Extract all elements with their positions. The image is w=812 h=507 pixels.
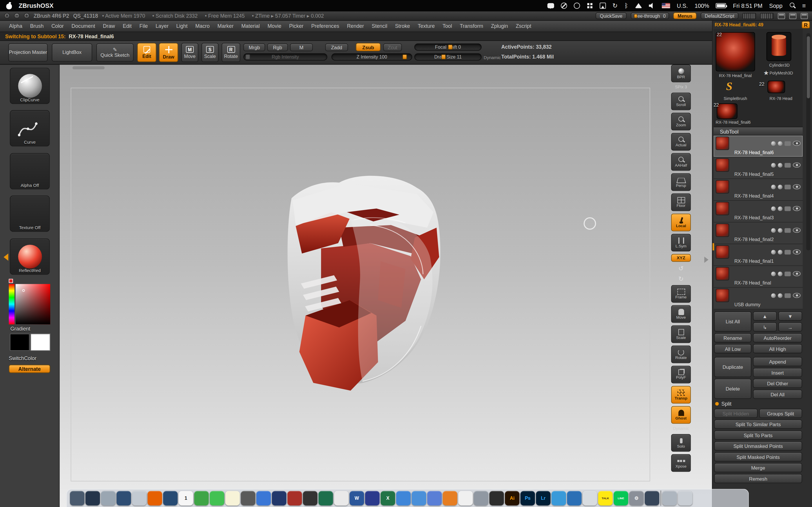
xyz-button[interactable]: XYZ <box>671 254 691 262</box>
input-source-flag-icon[interactable] <box>662 3 670 8</box>
dock-app-orange[interactable] <box>443 491 457 506</box>
visibility-eye-icon[interactable] <box>793 141 801 146</box>
do-not-disturb-icon[interactable] <box>561 3 567 9</box>
rotate-view-button[interactable]: Rotate <box>671 346 691 363</box>
dock-app-green[interactable] <box>194 491 209 506</box>
polypaint-icon[interactable] <box>771 206 776 211</box>
subtool-move-right-button[interactable]: → <box>778 322 802 331</box>
dock-app-telescope[interactable] <box>86 491 100 506</box>
duplicate-button[interactable]: Duplicate <box>714 357 751 377</box>
tool-thumbnail-cylinder3d[interactable] <box>766 32 792 61</box>
scale-mode-button[interactable]: S Scale <box>202 43 219 62</box>
messages-menu-icon[interactable] <box>547 3 554 8</box>
dock-app-light2[interactable] <box>582 491 597 506</box>
menu-item[interactable]: Material <box>238 23 264 29</box>
menu-item[interactable]: Alpha <box>5 23 26 29</box>
minimize-window-button[interactable]: − <box>14 13 20 19</box>
append-button[interactable]: Append <box>753 357 802 366</box>
split-to-similar-parts-button[interactable]: Split To Similar Parts <box>714 419 802 429</box>
window-layout-icon-3[interactable] <box>801 13 808 19</box>
subtool-thumbnail[interactable] <box>716 202 729 215</box>
brush-toggle-icon[interactable] <box>784 206 791 211</box>
edit-mode-button[interactable]: Edit <box>137 43 156 62</box>
main-color-swatch[interactable] <box>10 334 30 351</box>
focal-shift-slider[interactable]: Focal Shift 0 <box>414 44 482 51</box>
dock-app-red[interactable] <box>288 491 302 506</box>
dock-app-excel[interactable]: X <box>380 491 395 506</box>
uv-icon[interactable] <box>778 293 782 298</box>
menu-item[interactable]: Movie <box>264 23 285 29</box>
menu-item[interactable]: Color <box>48 23 67 29</box>
dock-app-gray[interactable] <box>241 491 255 506</box>
uv-icon[interactable] <box>778 250 782 255</box>
apple-menu-icon[interactable] <box>6 2 12 9</box>
viewport-canvas[interactable] <box>59 65 712 507</box>
xpose-button[interactable]: Xpose <box>671 454 691 472</box>
dock-app-illustrator[interactable]: Ai <box>505 491 519 506</box>
menu-item[interactable]: Marker <box>213 23 237 29</box>
tool-thumbnail-current[interactable] <box>716 32 755 71</box>
dock-app-camera[interactable] <box>132 491 146 506</box>
split-to-parts-button[interactable]: Split To Parts <box>714 431 802 440</box>
zsub-button[interactable]: Zsub <box>356 43 381 51</box>
zoom-window-button[interactable]: + <box>24 13 30 19</box>
split-section-header[interactable]: Split <box>714 400 802 407</box>
brush-toggle-icon[interactable] <box>784 163 791 167</box>
uv-icon[interactable] <box>778 184 782 189</box>
transp-button[interactable]: Transp <box>671 386 691 404</box>
menu-item[interactable]: Zplugin <box>487 23 512 29</box>
dock-app-messages[interactable] <box>210 491 224 506</box>
dock-app-photoshop[interactable]: Ps <box>520 491 535 506</box>
dock-app-dark2[interactable] <box>645 491 659 506</box>
dock-app-safari[interactable] <box>256 491 271 506</box>
dock-app-music[interactable] <box>427 491 442 506</box>
merge-button[interactable]: Merge <box>714 463 802 472</box>
scale-view-button[interactable]: Scale <box>671 325 691 343</box>
dock-app-blue[interactable] <box>365 491 379 506</box>
uv-icon[interactable] <box>778 141 782 146</box>
scrollbar-handle[interactable] <box>807 36 810 98</box>
rgb-button[interactable]: Rgb <box>267 44 288 51</box>
dock-app-light[interactable] <box>334 491 349 506</box>
dock-app-word[interactable]: W <box>349 491 364 506</box>
quicksave-button[interactable]: QuickSave <box>596 12 626 19</box>
subtool-section-header[interactable]: SubTool <box>714 127 803 135</box>
menu-item[interactable]: Render <box>343 23 368 29</box>
r-shortcut-badge[interactable]: R <box>802 21 810 29</box>
volume-icon[interactable] <box>649 3 655 9</box>
zcut-button[interactable]: Zcut <box>383 44 402 51</box>
floor-button[interactable]: Floor <box>671 193 691 211</box>
subtool-thumbnail[interactable] <box>716 223 729 237</box>
menu-item[interactable]: Macro <box>191 23 213 29</box>
mrgb-button[interactable]: Mrgb <box>243 44 265 51</box>
rename-button[interactable]: Rename <box>714 333 751 342</box>
battery-icon[interactable] <box>716 3 726 8</box>
del-other-button[interactable]: Del Other <box>753 379 802 388</box>
dock-app-notes[interactable] <box>225 491 240 506</box>
persp-button[interactable]: Persp <box>671 173 691 191</box>
dock-app-dark[interactable] <box>303 491 317 506</box>
dock-app-store[interactable] <box>116 491 131 506</box>
dock-app-black[interactable] <box>489 491 504 506</box>
polymesh3d-star-icon[interactable]: ★ <box>763 69 769 76</box>
polypaint-icon[interactable] <box>771 228 776 233</box>
dock-app-settings[interactable]: ⚙ <box>629 491 644 506</box>
app-menu-title[interactable]: ZBrushOSX <box>18 2 53 9</box>
uv-icon[interactable] <box>778 206 782 211</box>
dock-trash[interactable] <box>678 491 692 506</box>
actual-button[interactable]: Actual <box>671 133 691 151</box>
menu-item[interactable]: Light <box>172 23 191 29</box>
subtool-down-button[interactable]: ▼ <box>778 312 802 321</box>
brush-toggle-icon[interactable] <box>784 228 791 233</box>
current-stroke-thumbnail[interactable]: Curve <box>10 110 50 146</box>
tool-palette-scrollbar[interactable] <box>806 33 810 250</box>
menu-item[interactable]: Tool <box>439 23 456 29</box>
dock-app-silver[interactable] <box>474 491 488 506</box>
solo-button[interactable]: Solo <box>671 434 691 452</box>
right-tray-divider-arrow[interactable] <box>704 257 712 263</box>
z-intensity-slider[interactable]: Z Intensity 100 <box>332 53 412 61</box>
menu-item[interactable]: Zscript <box>512 23 535 29</box>
menu-item[interactable]: Document <box>67 23 99 29</box>
visibility-eye-icon[interactable] <box>793 163 801 168</box>
current-texture-thumbnail[interactable]: Texture Off <box>10 195 50 232</box>
